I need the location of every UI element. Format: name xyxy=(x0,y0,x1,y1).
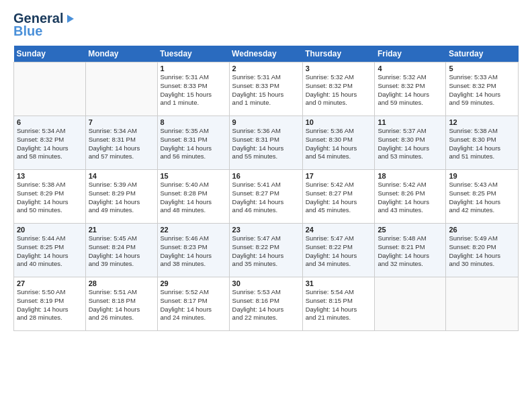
day-number: 1 xyxy=(161,64,226,73)
day-number: 16 xyxy=(232,172,300,180)
week-row-1: 1Sunrise: 5:31 AM Sunset: 8:33 PM Daylig… xyxy=(14,62,519,116)
day-info: Sunrise: 5:42 AM Sunset: 8:27 PM Dayligh… xyxy=(306,181,372,215)
day-info: Sunrise: 5:31 AM Sunset: 8:33 PM Dayligh… xyxy=(232,73,300,107)
week-row-4: 20Sunrise: 5:44 AM Sunset: 8:25 PM Dayli… xyxy=(14,224,519,277)
day-info: Sunrise: 5:32 AM Sunset: 8:32 PM Dayligh… xyxy=(306,73,372,107)
week-row-2: 6Sunrise: 5:34 AM Sunset: 8:32 PM Daylig… xyxy=(14,116,519,170)
day-cell xyxy=(375,277,446,331)
day-number: 10 xyxy=(306,118,372,126)
day-info: Sunrise: 5:38 AM Sunset: 8:30 PM Dayligh… xyxy=(449,127,515,161)
day-cell: 7Sunrise: 5:34 AM Sunset: 8:31 PM Daylig… xyxy=(85,116,157,170)
day-cell: 5Sunrise: 5:33 AM Sunset: 8:32 PM Daylig… xyxy=(446,62,519,116)
day-info: Sunrise: 5:37 AM Sunset: 8:30 PM Dayligh… xyxy=(378,127,443,161)
col-header-saturday: Saturday xyxy=(446,46,519,62)
day-cell: 31Sunrise: 5:54 AM Sunset: 8:15 PM Dayli… xyxy=(302,277,375,331)
day-number: 12 xyxy=(449,118,515,126)
day-info: Sunrise: 5:41 AM Sunset: 8:27 PM Dayligh… xyxy=(232,181,300,215)
day-info: Sunrise: 5:34 AM Sunset: 8:31 PM Dayligh… xyxy=(89,127,154,161)
day-cell: 19Sunrise: 5:43 AM Sunset: 8:25 PM Dayli… xyxy=(446,170,519,224)
day-cell: 4Sunrise: 5:32 AM Sunset: 8:32 PM Daylig… xyxy=(375,62,446,116)
day-cell: 26Sunrise: 5:49 AM Sunset: 8:20 PM Dayli… xyxy=(446,224,519,277)
day-number: 18 xyxy=(378,172,443,180)
col-header-monday: Monday xyxy=(85,46,157,62)
day-info: Sunrise: 5:47 AM Sunset: 8:22 PM Dayligh… xyxy=(232,234,300,269)
day-info: Sunrise: 5:52 AM Sunset: 8:17 PM Dayligh… xyxy=(161,288,226,322)
day-number: 8 xyxy=(161,118,226,126)
day-info: Sunrise: 5:36 AM Sunset: 8:30 PM Dayligh… xyxy=(306,127,372,161)
day-cell xyxy=(446,277,519,331)
day-cell: 20Sunrise: 5:44 AM Sunset: 8:25 PM Dayli… xyxy=(14,224,86,277)
day-number: 14 xyxy=(89,172,154,180)
day-number: 25 xyxy=(378,226,443,234)
calendar: SundayMondayTuesdayWednesdayThursdayFrid… xyxy=(13,46,519,331)
day-number: 5 xyxy=(449,64,515,73)
day-cell: 10Sunrise: 5:36 AM Sunset: 8:30 PM Dayli… xyxy=(302,116,375,170)
day-cell: 27Sunrise: 5:50 AM Sunset: 8:19 PM Dayli… xyxy=(14,277,86,331)
day-number: 26 xyxy=(449,226,515,234)
col-header-friday: Friday xyxy=(375,46,446,62)
svg-marker-0 xyxy=(67,15,74,23)
day-cell: 1Sunrise: 5:31 AM Sunset: 8:33 PM Daylig… xyxy=(157,62,229,116)
day-info: Sunrise: 5:49 AM Sunset: 8:20 PM Dayligh… xyxy=(449,234,515,269)
day-info: Sunrise: 5:54 AM Sunset: 8:15 PM Dayligh… xyxy=(306,288,372,322)
day-number: 6 xyxy=(17,118,83,126)
day-number: 3 xyxy=(306,64,372,73)
day-number: 29 xyxy=(161,279,226,287)
logo: General Blue xyxy=(13,11,77,39)
day-number: 28 xyxy=(89,279,154,287)
day-info: Sunrise: 5:45 AM Sunset: 8:24 PM Dayligh… xyxy=(89,234,154,269)
col-header-wednesday: Wednesday xyxy=(229,46,302,62)
day-info: Sunrise: 5:53 AM Sunset: 8:16 PM Dayligh… xyxy=(232,288,300,322)
day-number: 30 xyxy=(232,279,300,287)
day-info: Sunrise: 5:40 AM Sunset: 8:28 PM Dayligh… xyxy=(161,181,226,215)
day-info: Sunrise: 5:44 AM Sunset: 8:25 PM Dayligh… xyxy=(17,234,83,269)
day-info: Sunrise: 5:46 AM Sunset: 8:23 PM Dayligh… xyxy=(161,234,226,269)
day-info: Sunrise: 5:42 AM Sunset: 8:26 PM Dayligh… xyxy=(378,181,443,215)
day-info: Sunrise: 5:31 AM Sunset: 8:33 PM Dayligh… xyxy=(161,73,226,107)
day-cell: 14Sunrise: 5:39 AM Sunset: 8:29 PM Dayli… xyxy=(85,170,157,224)
day-cell: 29Sunrise: 5:52 AM Sunset: 8:17 PM Dayli… xyxy=(157,277,229,331)
day-cell: 25Sunrise: 5:48 AM Sunset: 8:21 PM Dayli… xyxy=(375,224,446,277)
day-info: Sunrise: 5:34 AM Sunset: 8:32 PM Dayligh… xyxy=(17,127,83,161)
day-number: 11 xyxy=(378,118,443,126)
day-number: 21 xyxy=(89,226,154,234)
day-info: Sunrise: 5:47 AM Sunset: 8:22 PM Dayligh… xyxy=(306,234,372,269)
day-info: Sunrise: 5:38 AM Sunset: 8:29 PM Dayligh… xyxy=(17,181,83,215)
day-cell: 18Sunrise: 5:42 AM Sunset: 8:26 PM Dayli… xyxy=(375,170,446,224)
col-header-thursday: Thursday xyxy=(302,46,375,62)
day-cell: 15Sunrise: 5:40 AM Sunset: 8:28 PM Dayli… xyxy=(157,170,229,224)
day-info: Sunrise: 5:32 AM Sunset: 8:32 PM Dayligh… xyxy=(378,73,443,107)
day-info: Sunrise: 5:51 AM Sunset: 8:18 PM Dayligh… xyxy=(89,288,154,322)
day-cell: 28Sunrise: 5:51 AM Sunset: 8:18 PM Dayli… xyxy=(85,277,157,331)
day-info: Sunrise: 5:43 AM Sunset: 8:25 PM Dayligh… xyxy=(449,181,515,215)
week-row-5: 27Sunrise: 5:50 AM Sunset: 8:19 PM Dayli… xyxy=(14,277,519,331)
day-number: 7 xyxy=(89,118,154,126)
day-cell: 17Sunrise: 5:42 AM Sunset: 8:27 PM Dayli… xyxy=(302,170,375,224)
day-cell: 12Sunrise: 5:38 AM Sunset: 8:30 PM Dayli… xyxy=(446,116,519,170)
week-row-3: 13Sunrise: 5:38 AM Sunset: 8:29 PM Dayli… xyxy=(14,170,519,224)
day-number: 31 xyxy=(306,279,372,287)
header: General Blue xyxy=(13,11,519,39)
day-number: 9 xyxy=(232,118,300,126)
day-number: 15 xyxy=(161,172,226,180)
day-cell: 30Sunrise: 5:53 AM Sunset: 8:16 PM Dayli… xyxy=(229,277,302,331)
day-info: Sunrise: 5:35 AM Sunset: 8:31 PM Dayligh… xyxy=(161,127,226,161)
day-info: Sunrise: 5:36 AM Sunset: 8:31 PM Dayligh… xyxy=(232,127,300,161)
day-number: 13 xyxy=(17,172,83,180)
day-cell: 16Sunrise: 5:41 AM Sunset: 8:27 PM Dayli… xyxy=(229,170,302,224)
day-cell: 23Sunrise: 5:47 AM Sunset: 8:22 PM Dayli… xyxy=(229,224,302,277)
day-number: 17 xyxy=(306,172,372,180)
day-info: Sunrise: 5:39 AM Sunset: 8:29 PM Dayligh… xyxy=(89,181,154,215)
day-cell: 6Sunrise: 5:34 AM Sunset: 8:32 PM Daylig… xyxy=(14,116,86,170)
calendar-header-row: SundayMondayTuesdayWednesdayThursdayFrid… xyxy=(14,46,519,62)
col-header-sunday: Sunday xyxy=(14,46,86,62)
day-number: 4 xyxy=(378,64,443,73)
day-cell: 24Sunrise: 5:47 AM Sunset: 8:22 PM Dayli… xyxy=(302,224,375,277)
day-cell: 11Sunrise: 5:37 AM Sunset: 8:30 PM Dayli… xyxy=(375,116,446,170)
day-info: Sunrise: 5:50 AM Sunset: 8:19 PM Dayligh… xyxy=(17,288,83,322)
day-info: Sunrise: 5:48 AM Sunset: 8:21 PM Dayligh… xyxy=(378,234,443,269)
day-number: 20 xyxy=(17,226,83,234)
col-header-tuesday: Tuesday xyxy=(157,46,229,62)
day-info: Sunrise: 5:33 AM Sunset: 8:32 PM Dayligh… xyxy=(449,73,515,107)
day-number: 2 xyxy=(232,64,300,73)
